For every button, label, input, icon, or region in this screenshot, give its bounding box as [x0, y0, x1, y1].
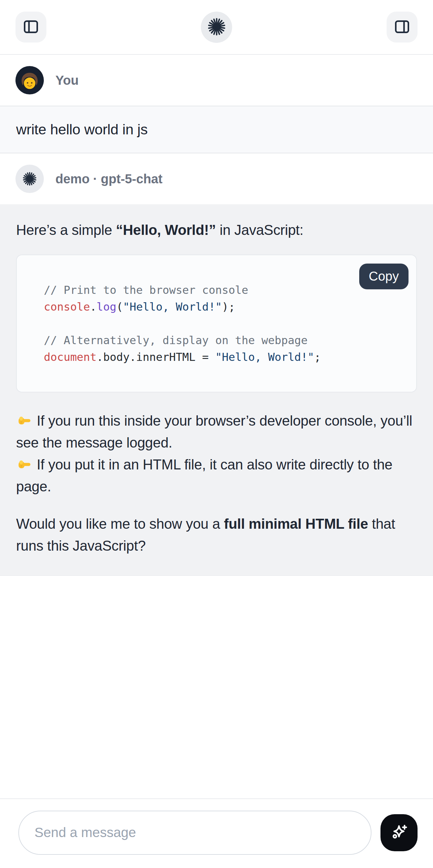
- sidebar-toggle-button[interactable]: [16, 11, 47, 42]
- chat-thread: You write hello world in js dem: [0, 55, 433, 798]
- starburst-icon: [22, 171, 37, 187]
- assistant-intro-paragraph: Here’s a simple “Hello, World!” in JavaS…: [16, 219, 417, 241]
- pointing-right-emoji: [16, 457, 33, 471]
- copy-button[interactable]: Copy: [359, 264, 408, 289]
- user-message: write hello world in js: [0, 106, 433, 153]
- panel-left-icon: [22, 18, 40, 36]
- panel-right-icon: [393, 18, 411, 36]
- user-speaker-name: You: [55, 73, 79, 88]
- model-avatar-button[interactable]: [201, 11, 232, 43]
- assistant-notes-paragraph: If you run this inside your browser’s de…: [16, 410, 417, 497]
- sparkle-plus-icon: [389, 822, 409, 843]
- assistant-speaker-name: demo · gpt-5-chat: [55, 172, 162, 186]
- empty-scroll-space: [0, 576, 433, 798]
- send-button[interactable]: [380, 814, 417, 851]
- top-bar: [0, 0, 433, 55]
- composer-bar: [0, 798, 433, 868]
- user-avatar: [16, 66, 44, 94]
- assistant-avatar: [16, 165, 44, 193]
- code-block: Copy // Print to the browser consolecons…: [16, 254, 417, 393]
- assistant-message: Here’s a simple “Hello, World!” in JavaS…: [0, 204, 433, 576]
- person-emoji-icon: [17, 69, 42, 94]
- code-content: // Print to the browser consoleconsole.l…: [17, 255, 416, 392]
- message-input[interactable]: [18, 811, 371, 855]
- starburst-icon: [207, 17, 226, 38]
- assistant-question-paragraph: Would you like me to show you a full min…: [16, 513, 417, 557]
- user-message-text: write hello world in js: [16, 121, 148, 137]
- pointing-right-emoji: [16, 413, 33, 428]
- user-turn-header: You: [0, 55, 433, 106]
- assistant-turn-header: demo · gpt-5-chat: [0, 153, 433, 204]
- right-panel-toggle-button[interactable]: [386, 11, 417, 42]
